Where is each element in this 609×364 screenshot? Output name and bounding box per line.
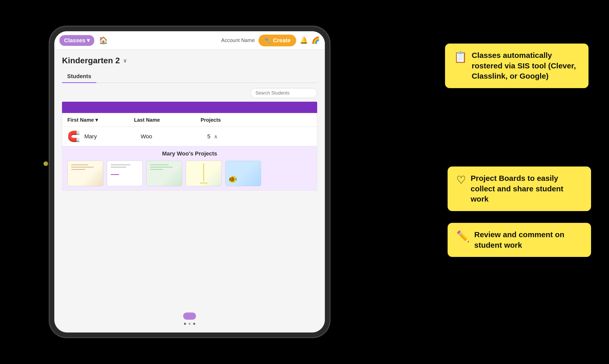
content-area: Kindergarten 2 ∨ Students (54, 50, 325, 197)
bottom-dot-3 (193, 323, 195, 325)
tooltip-1-text: Classes automatically rostered via SIS t… (472, 50, 580, 81)
tooltip-1-icon: 📋 (454, 51, 467, 63)
sort-icon: ▾ (95, 117, 98, 123)
projects-section-title: Mary Woo's Projects (67, 150, 312, 157)
purple-strip (62, 102, 317, 113)
yellow-dot (44, 161, 48, 166)
student-projects-count: 5 ∧ (207, 133, 238, 140)
bottom-dot-2 (189, 323, 191, 325)
tooltip-card-1: 📋 Classes automatically rostered via SIS… (445, 44, 589, 88)
student-table: First Name ▾ Last Name Projects 🧲 Mary W… (62, 113, 317, 191)
tab-students[interactable]: Students (62, 70, 96, 83)
search-row (62, 88, 317, 98)
avatar-icon[interactable]: 🌈 (312, 36, 320, 44)
table-header: First Name ▾ Last Name Projects (62, 113, 317, 127)
tooltip-2-icon: ♡ (456, 174, 466, 186)
table-row: 🧲 Mary Woo 5 ∧ (62, 127, 317, 146)
create-label: Create (273, 37, 291, 44)
create-icon: 🔧 (264, 37, 271, 44)
project-thumb-4[interactable] (186, 161, 222, 186)
project-thumb-2[interactable] (107, 161, 143, 186)
projects-grid: 🐠 (67, 161, 312, 186)
scroll-indicator (183, 313, 196, 320)
search-input[interactable] (251, 88, 317, 98)
tooltip-card-2: ♡ Project Boards to easily collect and s… (448, 167, 591, 211)
project-thumb-1[interactable] (67, 161, 103, 186)
tabs-row: Students (62, 70, 317, 83)
bottom-dot-1 (184, 323, 186, 325)
bell-icon[interactable]: 🔔 (300, 36, 308, 44)
tooltip-2-text: Project Boards to easily collect and sha… (471, 173, 582, 204)
tooltip-3-icon: ✏️ (456, 230, 470, 243)
nav-bar: Classes ▾ 🏠 Account Name 🔧 Create 🔔 🌈 (54, 31, 325, 50)
scene: Classes ▾ 🏠 Account Name 🔧 Create 🔔 🌈 (0, 0, 609, 364)
col-header-last: Last Name (134, 117, 201, 123)
tablet-screen: Classes ▾ 🏠 Account Name 🔧 Create 🔔 🌈 (54, 31, 325, 332)
home-icon: 🏠 (99, 36, 108, 44)
class-title: Kindergarten 2 (62, 56, 120, 65)
tooltip-card-3: ✏️ Review and comment on student work (448, 223, 591, 257)
classes-chevron: ▾ (87, 37, 90, 44)
tooltip-3-text: Review and comment on student work (474, 230, 582, 250)
student-avatar-icon: 🧲 (67, 130, 80, 142)
project-thumb-5[interactable]: 🐠 (225, 161, 261, 186)
tablet-frame: Classes ▾ 🏠 Account Name 🔧 Create 🔔 🌈 (49, 26, 331, 338)
class-chevron-icon[interactable]: ∨ (123, 57, 127, 64)
student-first-name: Mary (84, 133, 141, 140)
account-name: Account Name (221, 37, 255, 43)
tablet-bottom-bar (184, 323, 195, 325)
classes-button[interactable]: Classes ▾ (59, 35, 94, 46)
project-thumb-3[interactable] (146, 161, 182, 186)
projects-section: Mary Woo's Projects (62, 146, 317, 190)
expand-projects-button[interactable]: ∧ (214, 133, 218, 140)
nav-right: Account Name 🔧 Create 🔔 🌈 (221, 35, 320, 46)
class-title-row: Kindergarten 2 ∨ (62, 56, 317, 65)
create-button[interactable]: 🔧 Create (259, 35, 296, 46)
student-last-name: Woo (141, 133, 207, 140)
col-header-projects: Projects (201, 117, 242, 123)
classes-label: Classes (64, 37, 85, 44)
home-button[interactable]: 🏠 (99, 36, 108, 45)
col-header-first[interactable]: First Name ▾ (67, 117, 134, 123)
